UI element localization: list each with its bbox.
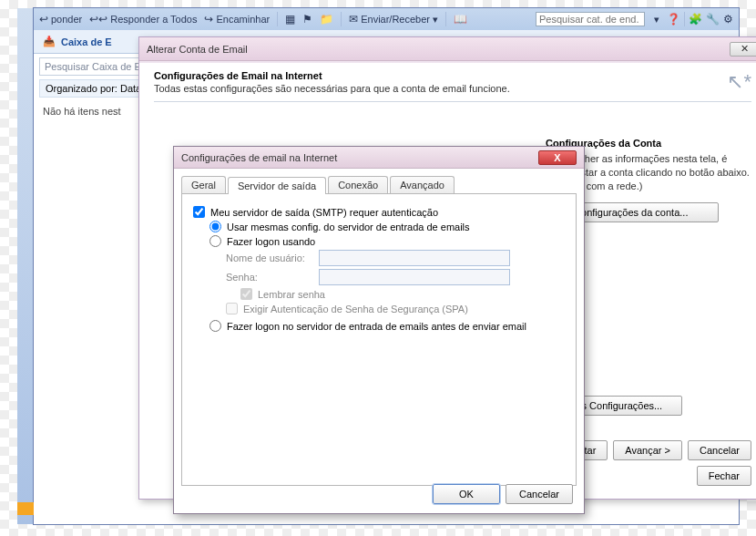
separator <box>277 12 278 26</box>
chevron-down-icon: ▾ <box>433 14 438 26</box>
forward-icon: ↪ <box>204 13 213 26</box>
tab-connection[interactable]: Conexão <box>328 176 388 193</box>
help-area: ❓ 🧩 🔧 ⚙ <box>667 12 733 26</box>
dialog-titlebar[interactable]: Alterar Conta de Email ✕ <box>139 37 756 61</box>
smtp-auth-label: Meu servidor de saída (SMTP) requer aute… <box>210 207 438 218</box>
tab-body: Meu servidor de saída (SMTP) requer aute… <box>181 194 577 486</box>
internet-email-settings-dialog: Configurações de email na Internet X Ger… <box>173 146 585 514</box>
password-input[interactable] <box>319 269 510 285</box>
reply-label: ponder <box>51 14 82 25</box>
logon-using-radio[interactable] <box>209 235 221 247</box>
help-icon[interactable]: ❓ <box>667 13 680 26</box>
send-receive-button[interactable]: ✉Enviar/Receber▾ <box>349 13 438 26</box>
reply-icon: ↩ <box>39 13 48 26</box>
password-label: Senha: <box>226 272 313 283</box>
rail-marker <box>17 502 34 515</box>
send-receive-icon: ✉ <box>349 13 358 26</box>
chevron-down-icon[interactable]: ▾ <box>654 14 659 26</box>
close-icon: X <box>554 152 560 163</box>
same-settings-label: Usar mesmas config. do servidor de entra… <box>227 222 470 232</box>
flag-icon[interactable]: ⚑ <box>302 13 312 26</box>
cursor-icon: ↖* <box>727 70 751 94</box>
close-button[interactable]: X <box>538 150 577 165</box>
spa-checkbox[interactable] <box>226 303 238 314</box>
tool-icon-2[interactable]: 🔧 <box>706 13 720 26</box>
username-input[interactable] <box>319 250 510 266</box>
dialog-footer-2: Fechar <box>697 466 751 486</box>
dialog2-titlebar[interactable]: Configurações de email na Internet X <box>174 147 584 169</box>
tool-icon-1[interactable]: 🧩 <box>689 13 702 26</box>
remember-password-label: Lembrar senha <box>258 289 325 300</box>
left-rail <box>17 8 34 524</box>
divider <box>154 101 751 102</box>
tool-icon-3[interactable]: ⚙ <box>723 13 733 26</box>
separator <box>684 12 685 26</box>
categories-icon[interactable]: ▦ <box>285 13 295 26</box>
username-label: Nome de usuário: <box>226 253 313 263</box>
reply-button[interactable]: ↩ponder <box>39 13 82 26</box>
dialog-body: Configurações de Email na Internet Todas… <box>139 61 756 120</box>
separator <box>341 12 342 26</box>
dialog2-footer: OK Cancelar <box>433 484 573 504</box>
smtp-auth-checkbox[interactable] <box>193 206 205 218</box>
reply-all-label: Responder a Todos <box>110 14 197 25</box>
header-bold: Configurações de Email na Internet <box>154 70 322 81</box>
remember-password-checkbox[interactable] <box>240 288 252 300</box>
reply-all-button[interactable]: ↩↩Responder a Todos <box>89 13 197 26</box>
folder-icon: 📥 <box>43 36 56 47</box>
spa-label: Exigir Autenticação de Senha de Seguranç… <box>243 304 468 314</box>
send-receive-label: Enviar/Receber <box>361 14 430 25</box>
close-button[interactable]: ✕ <box>730 42 756 57</box>
dialog-title: Alterar Conta de Email <box>147 44 248 55</box>
next-button[interactable]: Avançar > <box>613 440 682 460</box>
logon-before-send-radio[interactable] <box>209 320 221 332</box>
forward-button[interactable]: ↪Encaminhar <box>204 13 270 26</box>
tab-outgoing[interactable]: Servidor de saída <box>228 177 326 194</box>
close-icon: ✕ <box>741 43 749 55</box>
app-toolbar: ↩ponder ↩↩Responder a Todos ↪Encaminhar … <box>34 8 739 30</box>
search-address-input[interactable] <box>536 12 645 26</box>
tabstrip: Geral Servidor de saída Conexão Avançado <box>181 176 577 194</box>
forward-label: Encaminhar <box>216 14 270 25</box>
close-lower-button[interactable]: Fechar <box>697 466 751 486</box>
reply-all-icon: ↩↩ <box>89 13 107 26</box>
cancel-button[interactable]: Cancelar <box>688 440 751 460</box>
tab-general[interactable]: Geral <box>181 176 226 193</box>
logon-using-label: Fazer logon usando <box>227 236 315 247</box>
address-book-icon[interactable]: 📖 <box>454 13 467 26</box>
inbox-title: Caixa de E <box>61 36 112 47</box>
ok-button[interactable]: OK <box>433 484 500 504</box>
search-address <box>536 12 645 26</box>
separator <box>445 12 446 26</box>
same-settings-radio[interactable] <box>209 221 221 232</box>
logon-before-send-label: Fazer logon no servidor de entrada de em… <box>227 321 526 332</box>
tab-advanced[interactable]: Avançado <box>390 176 455 193</box>
header-sub: Todas estas configurações são necessária… <box>154 83 510 94</box>
dialog2-title: Configurações de email na Internet <box>181 152 337 163</box>
move-icon[interactable]: 📁 <box>320 13 333 26</box>
cancel-button[interactable]: Cancelar <box>506 484 573 504</box>
